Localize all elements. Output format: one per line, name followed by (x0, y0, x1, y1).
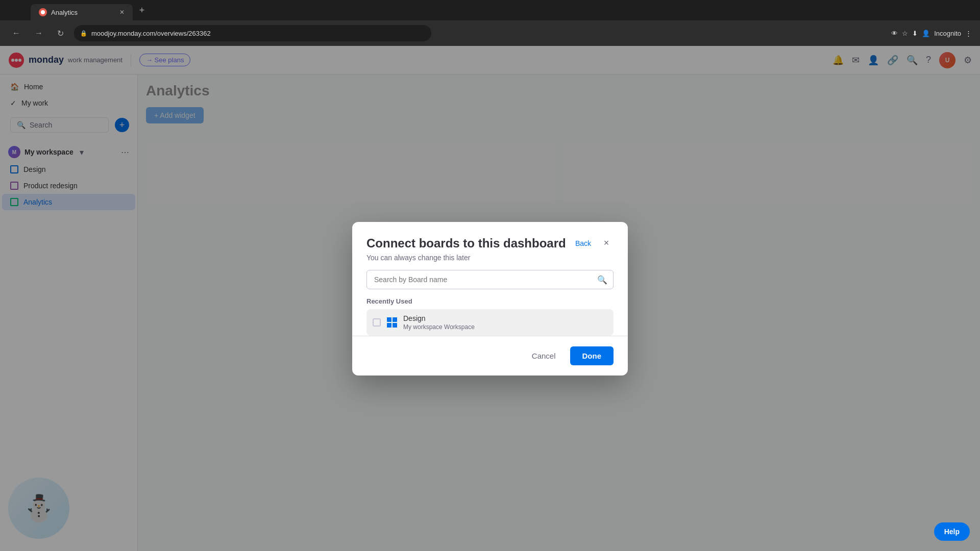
modal-header-right: Back × (575, 236, 614, 251)
cancel-button[interactable]: Cancel (524, 347, 564, 364)
tab-title: Analytics (51, 9, 78, 16)
browser-chrome: Analytics ✕ + ← → ↻ 🔒 moodjoy.monday.com… (0, 0, 980, 46)
board-checkbox[interactable] (373, 318, 381, 327)
search-icon-modal: 🔍 (597, 274, 607, 284)
eye-off-icon: 👁 (891, 30, 898, 37)
board-workspace: My workspace Workspace (403, 323, 607, 331)
lock-icon: 🔒 (80, 30, 87, 37)
back-button[interactable]: ← (8, 27, 24, 40)
active-tab[interactable]: Analytics ✕ (31, 4, 133, 20)
modal-header: Connect boards to this dashboard You can… (352, 222, 628, 270)
modal-title: Connect boards to this dashboard (366, 236, 575, 251)
forward-button[interactable]: → (31, 27, 47, 40)
bookmark-icon[interactable]: ☆ (902, 30, 908, 37)
tab-close-button[interactable]: ✕ (119, 9, 125, 16)
menu-icon[interactable]: ⋮ (965, 30, 972, 37)
tab-favicon (39, 8, 47, 16)
recently-used-label: Recently Used (366, 297, 614, 305)
modal-back-button[interactable]: Back (575, 239, 591, 247)
profile-icon[interactable]: 👤 (922, 30, 930, 37)
modal-search-container: 🔍 (366, 270, 614, 289)
connect-boards-modal: Connect boards to this dashboard You can… (352, 222, 628, 375)
done-button[interactable]: Done (570, 346, 614, 365)
board-grid-icon (387, 317, 397, 328)
modal-overlay: Connect boards to this dashboard You can… (0, 46, 980, 551)
modal-close-button[interactable]: × (599, 236, 614, 251)
url-text: moodjoy.monday.com/overviews/263362 (91, 30, 211, 37)
board-name: Design (403, 314, 607, 322)
refresh-button[interactable]: ↻ (53, 27, 68, 40)
browser-tabs: Analytics ✕ + (0, 0, 980, 20)
help-button[interactable]: Help (934, 522, 970, 541)
board-list-item[interactable]: Design My workspace Workspace (366, 309, 614, 336)
svg-point-0 (41, 10, 45, 14)
address-bar[interactable]: 🔒 moodjoy.monday.com/overviews/263362 (74, 25, 431, 41)
modal-subtitle: You can always change this later (366, 254, 575, 262)
board-info: Design My workspace Workspace (403, 314, 607, 331)
modal-body: Recently Used Design My workspace Worksp… (352, 297, 628, 336)
board-search-input[interactable] (366, 270, 614, 289)
browser-nav: ← → ↻ 🔒 moodjoy.monday.com/overviews/263… (0, 20, 980, 46)
download-icon[interactable]: ⬇ (912, 30, 918, 37)
modal-footer: Cancel Done (352, 336, 628, 375)
modal-title-section: Connect boards to this dashboard You can… (366, 236, 575, 262)
new-tab-button[interactable]: + (135, 3, 149, 17)
browser-actions: 👁 ☆ ⬇ 👤 Incognito ⋮ (891, 30, 972, 37)
incognito-label: Incognito (934, 30, 961, 37)
